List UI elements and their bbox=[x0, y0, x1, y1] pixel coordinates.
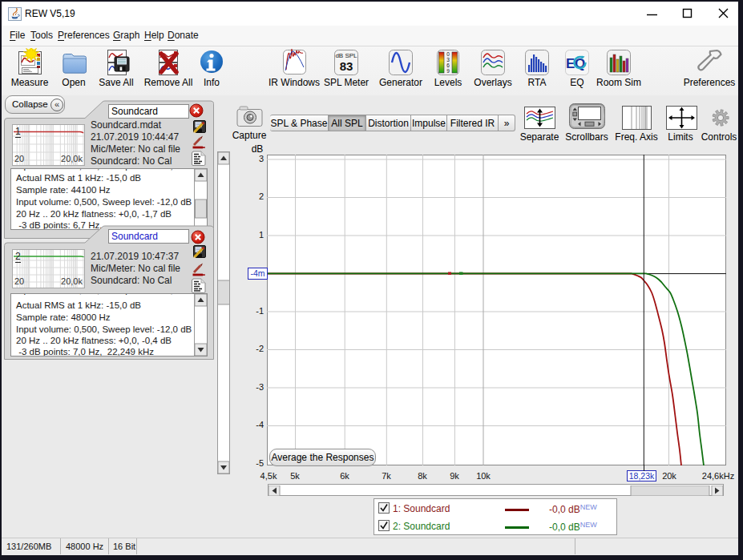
svg-text:0: 0 bbox=[446, 51, 450, 57]
svg-text:9: 9 bbox=[446, 68, 450, 74]
svg-text:6: 6 bbox=[446, 62, 450, 68]
svg-text:3: 3 bbox=[446, 57, 450, 62]
svg-text:dB SPL: dB SPL bbox=[335, 52, 357, 59]
svg-text:83: 83 bbox=[340, 59, 353, 73]
